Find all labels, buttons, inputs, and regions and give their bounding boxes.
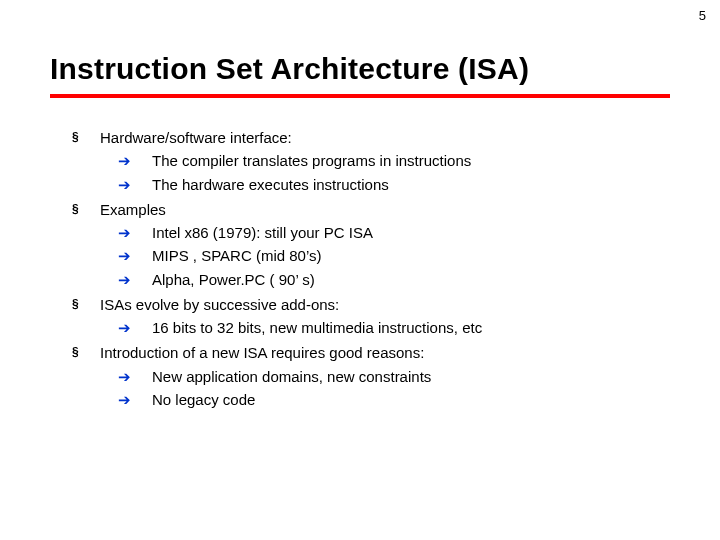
sub-bullet-text: New application domains, new constraints — [152, 365, 670, 388]
sub-bullet-item: ➔ 16 bits to 32 bits, new multimedia ins… — [118, 316, 670, 339]
title-underline — [50, 94, 670, 98]
slide-title: Instruction Set Architecture (ISA) — [50, 52, 670, 86]
bullet-item: § Introduction of a new ISA requires goo… — [72, 341, 670, 364]
square-bullet-icon: § — [72, 198, 100, 219]
sub-bullet-text: Intel x86 (1979): still your PC ISA — [152, 221, 670, 244]
sub-bullet-text: Alpha, Power.PC ( 90’ s) — [152, 268, 670, 291]
sub-bullet-item: ➔ No legacy code — [118, 388, 670, 411]
bullet-text: Hardware/software interface: — [100, 126, 670, 149]
arrow-icon: ➔ — [118, 365, 152, 388]
arrow-icon: ➔ — [118, 244, 152, 267]
arrow-icon: ➔ — [118, 316, 152, 339]
sub-bullet-text: 16 bits to 32 bits, new multimedia instr… — [152, 316, 670, 339]
sub-bullet-text: No legacy code — [152, 388, 670, 411]
bullet-text: Examples — [100, 198, 670, 221]
content-area: § Hardware/software interface: ➔ The com… — [50, 126, 670, 411]
sub-bullet-text: The compiler translates programs in inst… — [152, 149, 670, 172]
page-number: 5 — [699, 8, 706, 23]
slide-body: Instruction Set Architecture (ISA) § Har… — [0, 0, 720, 431]
arrow-icon: ➔ — [118, 388, 152, 411]
arrow-icon: ➔ — [118, 221, 152, 244]
sub-bullet-item: ➔ MIPS , SPARC (mid 80’s) — [118, 244, 670, 267]
sub-bullet-item: ➔ Alpha, Power.PC ( 90’ s) — [118, 268, 670, 291]
square-bullet-icon: § — [72, 341, 100, 362]
arrow-icon: ➔ — [118, 149, 152, 172]
square-bullet-icon: § — [72, 126, 100, 147]
sub-bullet-text: MIPS , SPARC (mid 80’s) — [152, 244, 670, 267]
sub-bullet-item: ➔ The compiler translates programs in in… — [118, 149, 670, 172]
bullet-text: Introduction of a new ISA requires good … — [100, 341, 670, 364]
sub-bullet-item: ➔ The hardware executes instructions — [118, 173, 670, 196]
sub-bullet-item: ➔ Intel x86 (1979): still your PC ISA — [118, 221, 670, 244]
sub-bullet-item: ➔ New application domains, new constrain… — [118, 365, 670, 388]
bullet-item: § Hardware/software interface: — [72, 126, 670, 149]
bullet-item: § ISAs evolve by successive add-ons: — [72, 293, 670, 316]
square-bullet-icon: § — [72, 293, 100, 314]
bullet-item: § Examples — [72, 198, 670, 221]
sub-bullet-text: The hardware executes instructions — [152, 173, 670, 196]
arrow-icon: ➔ — [118, 268, 152, 291]
bullet-text: ISAs evolve by successive add-ons: — [100, 293, 670, 316]
arrow-icon: ➔ — [118, 173, 152, 196]
